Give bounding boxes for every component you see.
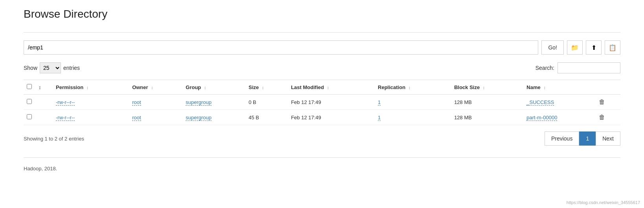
col-block-size[interactable]: Block Size ↕ bbox=[451, 80, 523, 95]
permission-link-0[interactable]: -rw-r--r-- bbox=[56, 99, 75, 106]
delete-button-0[interactable]: 🗑 bbox=[599, 99, 605, 105]
upload-button[interactable]: ⬆ bbox=[586, 40, 602, 55]
size-cell-0: 0 B bbox=[245, 95, 288, 110]
search-input[interactable] bbox=[558, 62, 620, 73]
top-bar: Go! 📁 ⬆ 📋 bbox=[24, 32, 620, 55]
block-size-header-label: Block Size bbox=[454, 84, 480, 90]
page-title: Browse Directory bbox=[24, 8, 620, 20]
sort-icon-permission: ↕ bbox=[39, 84, 41, 90]
sort-icon-name: ↕ bbox=[543, 85, 546, 90]
col-owner[interactable]: Owner ↕ bbox=[129, 80, 182, 95]
size-cell-1: 45 B bbox=[245, 110, 288, 125]
owner-header-label: Owner bbox=[132, 84, 148, 90]
sort-icon-rep: ↕ bbox=[408, 85, 411, 90]
show-entries-control: Show 10 25 50 100 entries bbox=[24, 62, 80, 73]
list-icon: 📋 bbox=[609, 44, 616, 51]
last-modified-cell-1: Feb 12 17:49 bbox=[288, 110, 375, 125]
block-size-cell-0: 128 MB bbox=[451, 95, 523, 110]
search-label: Search: bbox=[535, 65, 554, 71]
col-group[interactable]: Group ↕ bbox=[182, 80, 245, 95]
group-link-1[interactable]: supergroup bbox=[186, 115, 212, 121]
col-actions bbox=[596, 80, 620, 95]
controls-row: Show 10 25 50 100 entries Search: bbox=[24, 62, 620, 73]
show-label: Show bbox=[24, 65, 37, 71]
footer-text: Hadoop, 2018. bbox=[24, 157, 620, 172]
col-last-modified[interactable]: Last Modified ↕ bbox=[288, 80, 375, 95]
block-size-cell-1: 128 MB bbox=[451, 110, 523, 125]
entries-select[interactable]: 10 25 50 100 bbox=[40, 62, 61, 73]
folder-icon: 📁 bbox=[571, 44, 579, 51]
name-header-label: Name bbox=[526, 84, 540, 90]
current-page-button[interactable]: 1 bbox=[579, 131, 596, 146]
group-header-label: Group bbox=[186, 84, 201, 90]
next-button[interactable]: Next bbox=[596, 131, 620, 146]
footer-row: Showing 1 to 2 of 2 entries Previous 1 N… bbox=[24, 131, 620, 146]
sort-icon-size: ↕ bbox=[262, 85, 264, 90]
footer-label: Hadoop, 2018. bbox=[24, 166, 57, 172]
owner-link-0[interactable]: root bbox=[132, 99, 141, 106]
permission-header-label: Permission bbox=[56, 84, 83, 90]
sort-icon-lm: ↕ bbox=[327, 85, 329, 90]
table-row: -rw-r--r-- root supergroup 0 B Feb 12 17… bbox=[24, 95, 620, 110]
group-link-0[interactable]: supergroup bbox=[186, 99, 212, 106]
replication-header-label: Replication bbox=[378, 84, 405, 90]
row-checkbox-0[interactable] bbox=[27, 99, 32, 104]
replication-link-0[interactable]: 1 bbox=[378, 99, 381, 106]
last-modified-cell-0: Feb 12 17:49 bbox=[288, 95, 375, 110]
path-input[interactable] bbox=[24, 40, 538, 55]
replication-link-1[interactable]: 1 bbox=[378, 115, 381, 121]
owner-link-1[interactable]: root bbox=[132, 115, 141, 121]
permission-link-1[interactable]: -rw-r--r-- bbox=[56, 115, 75, 121]
table-row: -rw-r--r-- root supergroup 45 B Feb 12 1… bbox=[24, 110, 620, 125]
delete-button-1[interactable]: 🗑 bbox=[599, 114, 605, 120]
size-header-label: Size bbox=[248, 84, 259, 90]
last-modified-header-label: Last Modified bbox=[291, 84, 324, 90]
upload-icon: ⬆ bbox=[591, 44, 596, 51]
pagination: Previous 1 Next bbox=[545, 131, 620, 146]
sort-icon-perm: ↕ bbox=[86, 85, 89, 90]
list-button[interactable]: 📋 bbox=[605, 40, 620, 55]
previous-button[interactable]: Previous bbox=[545, 131, 579, 146]
folder-button[interactable]: 📁 bbox=[567, 40, 583, 55]
col-permission[interactable]: Permission ↕ bbox=[53, 80, 129, 95]
col-sort-icon[interactable]: ↕ bbox=[35, 80, 53, 95]
col-size[interactable]: Size ↕ bbox=[245, 80, 288, 95]
search-box: Search: bbox=[535, 62, 620, 73]
row-checkbox-1[interactable] bbox=[27, 114, 32, 119]
sort-icon-owner: ↕ bbox=[151, 85, 153, 90]
name-link-1[interactable]: part-m-00000 bbox=[526, 115, 557, 121]
col-name[interactable]: Name ↕ bbox=[523, 80, 596, 95]
col-replication[interactable]: Replication ↕ bbox=[375, 80, 451, 95]
entries-label: entries bbox=[63, 65, 80, 71]
showing-text: Showing 1 to 2 of 2 entries bbox=[24, 136, 84, 142]
select-all-checkbox[interactable] bbox=[27, 84, 32, 89]
directory-table: ↕ Permission ↕ Owner ↕ Group ↕ Size ↕ La… bbox=[24, 80, 620, 125]
sort-icon-group: ↕ bbox=[204, 85, 206, 90]
go-button[interactable]: Go! bbox=[541, 40, 564, 55]
sort-icon-bs: ↕ bbox=[483, 85, 485, 90]
name-link-0[interactable]: _SUCCESS bbox=[526, 99, 554, 106]
